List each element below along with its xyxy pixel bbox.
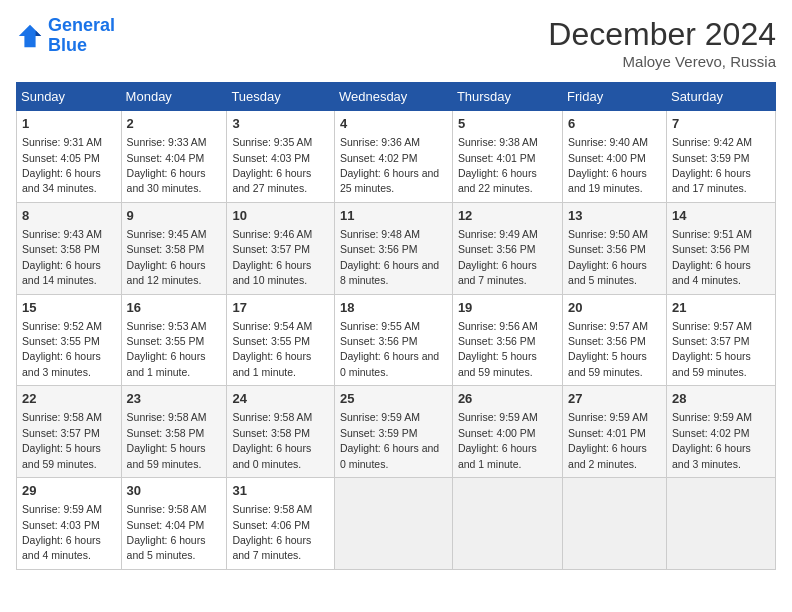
- day-info: Sunrise: 9:59 AMSunset: 4:03 PMDaylight:…: [22, 503, 102, 561]
- col-header-tuesday: Tuesday: [227, 83, 335, 111]
- calendar-cell: 22Sunrise: 9:58 AMSunset: 3:57 PMDayligh…: [17, 386, 122, 478]
- day-number: 20: [568, 299, 661, 317]
- day-info: Sunrise: 9:51 AMSunset: 3:56 PMDaylight:…: [672, 228, 752, 286]
- day-number: 13: [568, 207, 661, 225]
- calendar-cell: 30Sunrise: 9:58 AMSunset: 4:04 PMDayligh…: [121, 478, 227, 570]
- calendar-cell: 18Sunrise: 9:55 AMSunset: 3:56 PMDayligh…: [334, 294, 452, 386]
- calendar-cell: [452, 478, 562, 570]
- col-header-friday: Friday: [563, 83, 667, 111]
- day-number: 14: [672, 207, 770, 225]
- day-number: 28: [672, 390, 770, 408]
- calendar-cell: 1Sunrise: 9:31 AMSunset: 4:05 PMDaylight…: [17, 111, 122, 203]
- calendar-cell: 16Sunrise: 9:53 AMSunset: 3:55 PMDayligh…: [121, 294, 227, 386]
- calendar-cell: 24Sunrise: 9:58 AMSunset: 3:58 PMDayligh…: [227, 386, 335, 478]
- day-info: Sunrise: 9:50 AMSunset: 3:56 PMDaylight:…: [568, 228, 648, 286]
- calendar-week-3: 15Sunrise: 9:52 AMSunset: 3:55 PMDayligh…: [17, 294, 776, 386]
- calendar-cell: [334, 478, 452, 570]
- day-info: Sunrise: 9:45 AMSunset: 3:58 PMDaylight:…: [127, 228, 207, 286]
- calendar-cell: 4Sunrise: 9:36 AMSunset: 4:02 PMDaylight…: [334, 111, 452, 203]
- col-header-sunday: Sunday: [17, 83, 122, 111]
- calendar-cell: 12Sunrise: 9:49 AMSunset: 3:56 PMDayligh…: [452, 202, 562, 294]
- day-number: 4: [340, 115, 447, 133]
- calendar-cell: 20Sunrise: 9:57 AMSunset: 3:56 PMDayligh…: [563, 294, 667, 386]
- calendar-cell: 7Sunrise: 9:42 AMSunset: 3:59 PMDaylight…: [666, 111, 775, 203]
- day-info: Sunrise: 9:59 AMSunset: 4:02 PMDaylight:…: [672, 411, 752, 469]
- day-number: 7: [672, 115, 770, 133]
- day-info: Sunrise: 9:46 AMSunset: 3:57 PMDaylight:…: [232, 228, 312, 286]
- day-info: Sunrise: 9:55 AMSunset: 3:56 PMDaylight:…: [340, 320, 439, 378]
- col-header-thursday: Thursday: [452, 83, 562, 111]
- day-number: 22: [22, 390, 116, 408]
- day-info: Sunrise: 9:40 AMSunset: 4:00 PMDaylight:…: [568, 136, 648, 194]
- calendar-week-2: 8Sunrise: 9:43 AMSunset: 3:58 PMDaylight…: [17, 202, 776, 294]
- logo: General Blue: [16, 16, 115, 56]
- day-number: 31: [232, 482, 329, 500]
- day-info: Sunrise: 9:58 AMSunset: 4:06 PMDaylight:…: [232, 503, 312, 561]
- day-info: Sunrise: 9:58 AMSunset: 4:04 PMDaylight:…: [127, 503, 207, 561]
- day-info: Sunrise: 9:59 AMSunset: 4:01 PMDaylight:…: [568, 411, 648, 469]
- calendar-cell: 8Sunrise: 9:43 AMSunset: 3:58 PMDaylight…: [17, 202, 122, 294]
- calendar-cell: 29Sunrise: 9:59 AMSunset: 4:03 PMDayligh…: [17, 478, 122, 570]
- calendar-cell: 23Sunrise: 9:58 AMSunset: 3:58 PMDayligh…: [121, 386, 227, 478]
- day-info: Sunrise: 9:48 AMSunset: 3:56 PMDaylight:…: [340, 228, 439, 286]
- day-number: 15: [22, 299, 116, 317]
- calendar-header-row: SundayMondayTuesdayWednesdayThursdayFrid…: [17, 83, 776, 111]
- day-info: Sunrise: 9:58 AMSunset: 3:58 PMDaylight:…: [127, 411, 207, 469]
- calendar-cell: [563, 478, 667, 570]
- day-number: 30: [127, 482, 222, 500]
- day-number: 21: [672, 299, 770, 317]
- calendar-cell: 21Sunrise: 9:57 AMSunset: 3:57 PMDayligh…: [666, 294, 775, 386]
- day-number: 26: [458, 390, 557, 408]
- day-info: Sunrise: 9:59 AMSunset: 4:00 PMDaylight:…: [458, 411, 538, 469]
- day-info: Sunrise: 9:58 AMSunset: 3:57 PMDaylight:…: [22, 411, 102, 469]
- calendar-cell: [666, 478, 775, 570]
- calendar-cell: 10Sunrise: 9:46 AMSunset: 3:57 PMDayligh…: [227, 202, 335, 294]
- calendar-cell: 28Sunrise: 9:59 AMSunset: 4:02 PMDayligh…: [666, 386, 775, 478]
- page-header: General Blue December 2024 Maloye Verevo…: [16, 16, 776, 70]
- calendar-cell: 27Sunrise: 9:59 AMSunset: 4:01 PMDayligh…: [563, 386, 667, 478]
- col-header-wednesday: Wednesday: [334, 83, 452, 111]
- calendar-cell: 19Sunrise: 9:56 AMSunset: 3:56 PMDayligh…: [452, 294, 562, 386]
- title-block: December 2024 Maloye Verevo, Russia: [548, 16, 776, 70]
- day-info: Sunrise: 9:59 AMSunset: 3:59 PMDaylight:…: [340, 411, 439, 469]
- col-header-saturday: Saturday: [666, 83, 775, 111]
- day-number: 18: [340, 299, 447, 317]
- day-info: Sunrise: 9:35 AMSunset: 4:03 PMDaylight:…: [232, 136, 312, 194]
- day-number: 19: [458, 299, 557, 317]
- day-info: Sunrise: 9:42 AMSunset: 3:59 PMDaylight:…: [672, 136, 752, 194]
- day-info: Sunrise: 9:56 AMSunset: 3:56 PMDaylight:…: [458, 320, 538, 378]
- day-info: Sunrise: 9:31 AMSunset: 4:05 PMDaylight:…: [22, 136, 102, 194]
- calendar-week-4: 22Sunrise: 9:58 AMSunset: 3:57 PMDayligh…: [17, 386, 776, 478]
- day-number: 12: [458, 207, 557, 225]
- calendar-cell: 25Sunrise: 9:59 AMSunset: 3:59 PMDayligh…: [334, 386, 452, 478]
- day-number: 6: [568, 115, 661, 133]
- calendar-table: SundayMondayTuesdayWednesdayThursdayFrid…: [16, 82, 776, 570]
- calendar-week-1: 1Sunrise: 9:31 AMSunset: 4:05 PMDaylight…: [17, 111, 776, 203]
- day-info: Sunrise: 9:52 AMSunset: 3:55 PMDaylight:…: [22, 320, 102, 378]
- svg-marker-1: [36, 30, 42, 36]
- calendar-cell: 26Sunrise: 9:59 AMSunset: 4:00 PMDayligh…: [452, 386, 562, 478]
- location-subtitle: Maloye Verevo, Russia: [548, 53, 776, 70]
- day-number: 1: [22, 115, 116, 133]
- month-title: December 2024: [548, 16, 776, 53]
- calendar-cell: 11Sunrise: 9:48 AMSunset: 3:56 PMDayligh…: [334, 202, 452, 294]
- day-info: Sunrise: 9:58 AMSunset: 3:58 PMDaylight:…: [232, 411, 312, 469]
- day-number: 27: [568, 390, 661, 408]
- calendar-cell: 6Sunrise: 9:40 AMSunset: 4:00 PMDaylight…: [563, 111, 667, 203]
- day-info: Sunrise: 9:43 AMSunset: 3:58 PMDaylight:…: [22, 228, 102, 286]
- day-number: 11: [340, 207, 447, 225]
- day-info: Sunrise: 9:49 AMSunset: 3:56 PMDaylight:…: [458, 228, 538, 286]
- day-number: 8: [22, 207, 116, 225]
- day-info: Sunrise: 9:38 AMSunset: 4:01 PMDaylight:…: [458, 136, 538, 194]
- calendar-cell: 15Sunrise: 9:52 AMSunset: 3:55 PMDayligh…: [17, 294, 122, 386]
- day-info: Sunrise: 9:57 AMSunset: 3:57 PMDaylight:…: [672, 320, 752, 378]
- day-number: 17: [232, 299, 329, 317]
- calendar-cell: 2Sunrise: 9:33 AMSunset: 4:04 PMDaylight…: [121, 111, 227, 203]
- day-info: Sunrise: 9:36 AMSunset: 4:02 PMDaylight:…: [340, 136, 439, 194]
- day-number: 16: [127, 299, 222, 317]
- calendar-cell: 5Sunrise: 9:38 AMSunset: 4:01 PMDaylight…: [452, 111, 562, 203]
- day-number: 2: [127, 115, 222, 133]
- day-info: Sunrise: 9:57 AMSunset: 3:56 PMDaylight:…: [568, 320, 648, 378]
- day-info: Sunrise: 9:54 AMSunset: 3:55 PMDaylight:…: [232, 320, 312, 378]
- calendar-cell: 3Sunrise: 9:35 AMSunset: 4:03 PMDaylight…: [227, 111, 335, 203]
